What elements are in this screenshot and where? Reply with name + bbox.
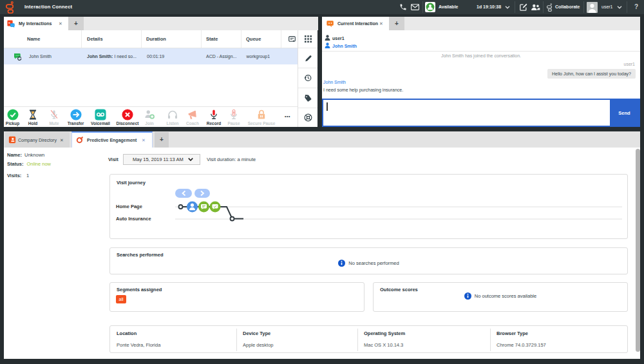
predictive-engagement-icon xyxy=(76,136,84,144)
status-label[interactable]: Available xyxy=(439,0,458,14)
participant-customer[interactable]: John Smith xyxy=(325,43,357,49)
row-state: ACD - Assign... xyxy=(206,48,236,64)
detail-os: Operating System Mac OS X 10.14.3 xyxy=(357,326,490,354)
workspace-icon-strip xyxy=(298,30,317,127)
close-icon[interactable]: ✕ xyxy=(142,133,146,148)
coach-icon xyxy=(187,109,198,120)
mute-icon xyxy=(48,109,60,120)
topbar-divider xyxy=(543,1,544,13)
status-available-icon[interactable] xyxy=(425,0,435,14)
segments-assigned-title: Segments assigned xyxy=(117,287,162,292)
browser-type-value: Chrome 74.0.3729.157 xyxy=(497,342,546,348)
system-message: John Smith has joined the conversation. xyxy=(322,53,640,58)
history-icon xyxy=(304,74,312,82)
notes-button[interactable] xyxy=(298,48,317,68)
column-header-queue[interactable]: Queue xyxy=(246,30,261,48)
chat-participants: user1 John Smith xyxy=(322,30,640,52)
predictive-engagement-panel: Name: Unknown Status: Online now Visits:… xyxy=(4,148,640,359)
history-button[interactable] xyxy=(298,68,317,88)
username-label[interactable]: user1 xyxy=(601,0,613,14)
tab-my-interactions-label: My Interactions xyxy=(19,17,52,30)
transfer-button[interactable]: Transfer xyxy=(62,109,90,126)
visit-journey-card: Visit journey Home Page Auto Insurance xyxy=(109,174,628,239)
close-icon[interactable]: ✕ xyxy=(377,17,385,30)
info-icon xyxy=(464,292,471,300)
people-icon[interactable] xyxy=(530,0,540,14)
tab-predictive-engagement[interactable]: Predictive Engagement ✕ xyxy=(71,131,153,148)
new-tab-button[interactable]: + xyxy=(155,132,169,148)
person-icon xyxy=(325,35,330,41)
session-timer: 1d 19:10:38 xyxy=(477,0,501,14)
my-interactions-icon xyxy=(7,20,15,28)
listen-icon xyxy=(167,109,178,120)
customer-message-author[interactable]: John Smith xyxy=(323,80,346,84)
current-interaction-icon xyxy=(327,20,334,28)
journey-graph[interactable] xyxy=(168,186,629,231)
column-header-name[interactable]: Name xyxy=(27,30,40,48)
visitor-visits-label: Visits: xyxy=(7,173,21,178)
call-controls-toolbar: Pickup Hold Mute Transfer Voicemail Disc… xyxy=(4,106,298,127)
detail-location: Location Ponte Vedra, Florida xyxy=(110,326,236,354)
participant-agent[interactable]: user1 xyxy=(325,35,345,41)
tab-predictive-engagement-label: Predictive Engagement xyxy=(87,133,137,148)
operating-system-label: Operating System xyxy=(364,330,405,336)
secure-pause-button[interactable]: Secure Pause xyxy=(239,109,284,126)
column-header-details[interactable]: Details xyxy=(87,30,103,48)
right-panel-tabbar: Current Interaction ✕ + xyxy=(322,17,640,30)
disconnect-icon xyxy=(122,109,133,120)
grid-view-button[interactable] xyxy=(298,30,317,48)
visit-journey-title: Visit journey xyxy=(117,180,146,186)
tab-company-directory[interactable]: Company Directory ✕ xyxy=(5,132,70,148)
row-details-sender: John Smith: xyxy=(87,54,113,59)
new-tab-button[interactable]: + xyxy=(389,17,404,30)
tab-my-interactions[interactable]: My Interactions ✕ xyxy=(4,17,68,30)
phone-icon[interactable] xyxy=(398,0,408,14)
app-title: Interaction Connect xyxy=(24,0,72,14)
device-type-label: Device Type xyxy=(243,330,270,336)
scrollbar-thumb[interactable] xyxy=(636,149,640,352)
tab-company-directory-label: Company Directory xyxy=(18,133,57,148)
top-bar: Interaction Connect Available 1d 19:10:3… xyxy=(0,0,644,14)
collaborate-label[interactable]: Collaborate xyxy=(555,0,580,14)
operating-system-value: Mac OS X 10.14.3 xyxy=(364,342,403,348)
tags-button[interactable] xyxy=(298,88,317,108)
close-icon[interactable]: ✕ xyxy=(57,17,64,30)
user-avatar[interactable] xyxy=(587,2,598,13)
visit-date-select[interactable]: May 15, 2019 11:13 AM xyxy=(123,154,200,165)
column-header-state[interactable]: State xyxy=(206,30,218,48)
topbar-divider xyxy=(422,1,423,13)
genesys-logo-icon xyxy=(6,1,20,14)
person-icon xyxy=(325,43,330,48)
send-button[interactable]: Send xyxy=(610,100,639,126)
left-panel-tabbar: My Interactions ✕ + xyxy=(4,17,318,30)
assistance-button[interactable] xyxy=(298,108,317,126)
interactions-table-header: Name Details Duration State Queue xyxy=(4,30,298,48)
voicemail-button[interactable]: Voicemail xyxy=(86,109,115,126)
journey-row-home-label: Home Page xyxy=(116,204,142,209)
visit-duration-text: Visit duration: a minute xyxy=(207,157,256,162)
help-button[interactable]: ? xyxy=(634,0,638,14)
new-tab-button[interactable]: + xyxy=(68,17,84,30)
customer-message-text: I need some help purchasing insurance. xyxy=(323,88,403,92)
close-icon[interactable]: ✕ xyxy=(60,133,64,148)
detail-view-icon[interactable] xyxy=(289,36,296,43)
voicemail-icon xyxy=(95,109,106,120)
more-options-button[interactable]: ••• xyxy=(285,114,290,119)
interaction-row[interactable]: John Smith John Smith: I need so... 00:0… xyxy=(4,48,298,64)
pause-icon xyxy=(228,109,240,120)
column-divider xyxy=(241,30,242,48)
tab-current-interaction[interactable]: Current Interaction ✕ xyxy=(322,17,389,30)
detail-device: Device Type Apple desktop xyxy=(236,326,357,354)
app-window: Interaction Connect Available 1d 19:10:3… xyxy=(0,0,644,364)
visitor-details-card: Location Ponte Vedra, Florida Device Typ… xyxy=(109,325,628,353)
segment-badge[interactable]: all xyxy=(116,295,126,303)
journey-prev-button xyxy=(175,189,192,198)
chevron-down-icon[interactable] xyxy=(504,0,510,14)
chevron-down-icon[interactable] xyxy=(616,0,622,14)
column-header-duration[interactable]: Duration xyxy=(146,30,166,48)
compose-icon[interactable] xyxy=(519,0,528,14)
chat-input[interactable]: Send xyxy=(322,99,640,127)
topbar-divider xyxy=(627,1,627,13)
row-details-preview: I need so... xyxy=(113,54,137,59)
mail-icon[interactable] xyxy=(410,0,420,14)
